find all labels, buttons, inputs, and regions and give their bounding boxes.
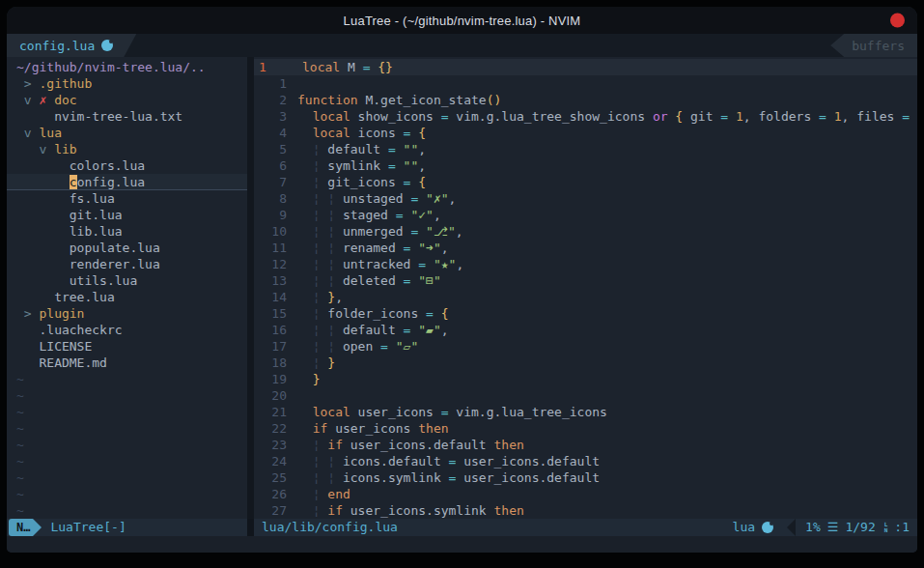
code-line[interactable]: 15 ¦ folder_icons = { (254, 305, 917, 322)
token: show_icons (350, 109, 441, 124)
code-line[interactable]: 13 ¦ ¦ deleted = "⊟" (254, 272, 917, 289)
line-number: 8 (254, 190, 297, 207)
statusline: N… LuaTree[-] lua/lib/config.lua lua 1% … (7, 519, 917, 536)
tree-item-colors.lua[interactable]: colors.lua (7, 157, 247, 174)
window-separator[interactable] (247, 57, 254, 519)
code-line[interactable]: 3 local show_icons = vim.g.lua_tree_show… (254, 108, 917, 125)
code-line[interactable]: 26 ¦ end (254, 486, 917, 502)
token (297, 158, 313, 173)
tree-item-lua[interactable]: v lua (7, 125, 247, 141)
code-line[interactable]: 1local M = {} (254, 59, 917, 75)
code-line[interactable]: 2function M.get_icon_state() (254, 92, 917, 108)
tree-item-tree.lua[interactable]: tree.lua (7, 289, 247, 305)
token: fs.lua (70, 191, 115, 206)
token: {} (378, 60, 393, 74)
code-line[interactable]: 23 ¦ if user_icons.default then (254, 437, 917, 453)
tree-item-nvim-tree-lua.txt[interactable]: nvim-tree-lua.txt (7, 108, 247, 125)
code-line[interactable]: 1 (254, 75, 917, 92)
tree-item-utils.lua[interactable]: utils.lua (7, 272, 247, 289)
tree-item-fs.lua[interactable]: fs.lua (7, 190, 247, 207)
token (297, 503, 313, 518)
empty-line-tilde: ~ (7, 469, 247, 486)
line-number: 19 (254, 371, 297, 387)
code-text: ¦ ¦ icons.default = user_icons.default (297, 453, 917, 469)
tree-item-plugin[interactable]: > plugin (7, 305, 247, 322)
code-line[interactable]: 9 ¦ ¦ staged = "✓", (254, 207, 917, 223)
tree-item-git.lua[interactable]: git.lua (7, 207, 247, 223)
token: plugin (39, 306, 84, 321)
code-line[interactable]: 10 ¦ ¦ unmerged = "⎇", (254, 223, 917, 240)
token: .github (39, 76, 92, 91)
code-line[interactable]: 16 ¦ ¦ default = "▰", (254, 322, 917, 338)
token: user_icons (327, 421, 418, 436)
token: user_icons.symlink (343, 503, 494, 518)
code-text: ¦ if user_icons.symlink then (297, 502, 917, 519)
tree-item-populate.lua[interactable]: populate.lua (7, 240, 247, 256)
token: } (327, 290, 335, 304)
code-text: ¦ ¦ unmerged = "⎇", (297, 223, 917, 240)
token (16, 323, 39, 337)
code-line[interactable]: 21 local user_icons = vim.g.lua_tree_ico… (254, 404, 917, 420)
token: icons.symlink (335, 470, 448, 485)
statusline-buffer-title: LuaTree[-] (50, 519, 126, 536)
tree-item-lib[interactable]: v lib (7, 141, 247, 157)
code-text: local M = {} (302, 59, 917, 75)
token: ~ (16, 372, 24, 386)
line-number-icon: LN (884, 522, 888, 533)
token: , (441, 241, 449, 255)
token (16, 306, 24, 321)
token: colors.lua (70, 158, 145, 173)
line-number: 1 (254, 75, 297, 92)
token (297, 142, 313, 156)
code-line[interactable]: 17 ¦ ¦ open = "▱" (254, 338, 917, 355)
token: "✗" (426, 191, 448, 206)
code-line[interactable]: 14 ¦ }, (254, 289, 917, 305)
token: { (675, 109, 683, 124)
tree-item-.github[interactable]: > .github (7, 75, 247, 92)
token: lua (39, 126, 61, 140)
tree-item-.luacheckrc[interactable]: .luacheckrc (7, 322, 247, 338)
code-line[interactable]: 19 } (254, 371, 917, 387)
code-line[interactable]: 27 ¦ if user_icons.symlink then (254, 502, 917, 519)
token (297, 208, 313, 222)
code-text: local icons = { (297, 125, 917, 141)
code-text: ¦ folder_icons = { (297, 305, 917, 322)
token (16, 290, 54, 304)
token: "▰" (418, 323, 440, 337)
tree-item-README.md[interactable]: README.md (7, 355, 247, 371)
code-line[interactable]: 22 if user_icons then (254, 420, 917, 437)
token: nvim-tree-lua.txt (54, 109, 182, 124)
token: "▱" (396, 339, 418, 354)
code-text: function M.get_icon_state() (297, 92, 917, 108)
code-line[interactable]: 25 ¦ ¦ icons.symlink = user_icons.defaul… (254, 469, 917, 486)
token: { (418, 175, 426, 189)
code-line[interactable]: 4 local icons = { (254, 125, 917, 141)
code-line[interactable]: 7 ¦ git_icons = { (254, 174, 917, 190)
command-line[interactable] (7, 536, 917, 553)
tree-item-doc[interactable]: v ✗ doc (7, 92, 247, 108)
token (418, 191, 426, 206)
tree-root-path[interactable]: ~/github/nvim-tree.lua/.. (7, 59, 247, 75)
line-number: 3 (254, 108, 297, 125)
lua-icon (101, 40, 113, 51)
code-line[interactable]: 20 (254, 387, 917, 404)
tree-item-config.lua[interactable]: config.lua (7, 174, 247, 190)
token: = (418, 257, 426, 271)
buffers-segment[interactable]: buffers (830, 34, 917, 57)
token: local (302, 60, 340, 74)
code-line[interactable]: 24 ¦ ¦ icons.default = user_icons.defaul… (254, 453, 917, 469)
code-line[interactable]: 8 ¦ ¦ unstaged = "✗", (254, 190, 917, 207)
tree-item-renderer.lua[interactable]: renderer.lua (7, 256, 247, 272)
close-button[interactable] (890, 14, 905, 28)
code-line[interactable]: 5 ¦ default = "", (254, 141, 917, 157)
tab-config-lua[interactable]: config.lua (7, 34, 136, 57)
code-line[interactable]: 11 ¦ ¦ renamed = "➜", (254, 240, 917, 256)
tree-item-LICENSE[interactable]: LICENSE (7, 338, 247, 355)
tree-item-lib.lua[interactable]: lib.lua (7, 223, 247, 240)
code-text: ¦ } (297, 355, 917, 371)
main-area: ~/github/nvim-tree.lua/.. > .github v ✗ … (7, 57, 917, 519)
code-line[interactable]: 6 ¦ symlink = "", (254, 157, 917, 174)
token: unstaged (335, 191, 410, 206)
code-line[interactable]: 18 ¦ } (254, 355, 917, 371)
code-line[interactable]: 12 ¦ ¦ untracked = "★", (254, 256, 917, 272)
